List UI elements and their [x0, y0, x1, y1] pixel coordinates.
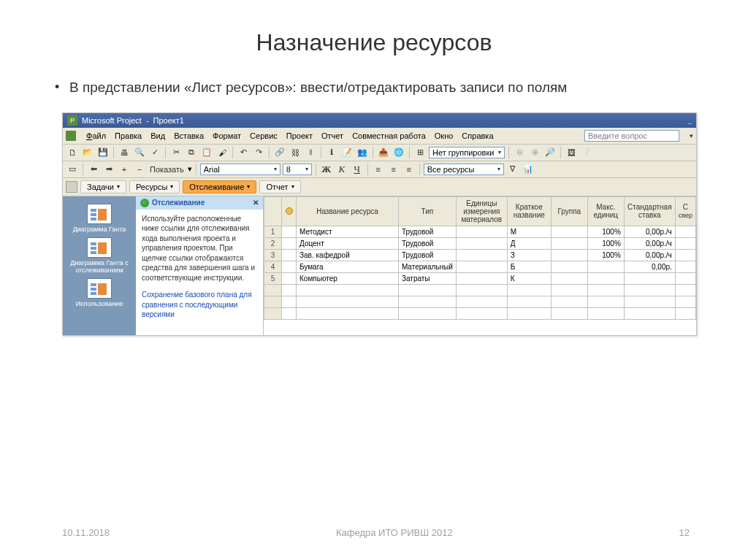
hide-sub-icon[interactable]: − — [133, 163, 146, 176]
link-icon[interactable]: 🔗 — [273, 146, 286, 159]
paste-icon[interactable]: 📋 — [200, 146, 213, 159]
col-name[interactable]: Название ресурса — [297, 196, 399, 226]
cell-group[interactable] — [551, 261, 587, 272]
cell-indicator[interactable] — [282, 284, 297, 296]
cell-overtime[interactable] — [675, 226, 695, 237]
cell-name[interactable]: Бумага — [297, 261, 399, 272]
sidebar-item-gantt[interactable]: Диаграмма Ганта — [66, 204, 132, 233]
cell-unit[interactable] — [456, 226, 507, 237]
cell-group[interactable] — [551, 272, 587, 284]
table-row[interactable]: 5КомпьютерЗатратыК — [264, 272, 696, 284]
menu-format[interactable]: Формат — [213, 131, 241, 140]
help-search-input[interactable]: Введите вопрос — [584, 130, 679, 142]
spell-icon[interactable]: ✓ — [148, 146, 161, 159]
cell-max[interactable] — [587, 284, 624, 296]
open-icon[interactable]: 📂 — [81, 146, 94, 159]
cell-max[interactable] — [587, 261, 624, 272]
zoom-out-icon[interactable]: ⊖ — [513, 146, 526, 159]
cell-type[interactable] — [398, 284, 456, 296]
cell-max[interactable]: 100% — [587, 249, 624, 261]
menu-edit[interactable]: Правка — [115, 131, 142, 140]
new-icon[interactable]: 🗋 — [66, 146, 79, 159]
row-header[interactable]: 3 — [264, 249, 282, 261]
copy-icon[interactable]: ⧉ — [185, 146, 198, 159]
cell-group[interactable] — [551, 307, 587, 319]
cell-unit[interactable] — [456, 284, 507, 296]
outdent-icon[interactable]: ⬅ — [87, 163, 100, 176]
menu-help[interactable]: Справка — [462, 131, 493, 140]
cell-name[interactable]: Доцент — [297, 237, 399, 249]
row-header[interactable]: 1 — [264, 226, 282, 237]
close-icon[interactable]: ✕ — [253, 199, 259, 207]
cell-short[interactable] — [507, 296, 551, 307]
cell-overtime[interactable] — [675, 237, 695, 249]
save-icon[interactable]: 💾 — [96, 146, 110, 159]
group-icon[interactable]: ⊞ — [413, 146, 427, 159]
sidebar-item-tracking-gantt[interactable]: Диаграмма Ганта с отслеживанием — [66, 237, 132, 274]
col-type[interactable]: Тип — [398, 196, 456, 226]
cell-short[interactable]: К — [507, 272, 551, 284]
cell-max[interactable]: 100% — [587, 226, 624, 237]
collab-btn-icon[interactable]: 🌐 — [392, 146, 405, 159]
cell-overtime[interactable] — [675, 261, 695, 272]
table-row[interactable] — [264, 284, 696, 296]
cell-overtime[interactable] — [675, 296, 695, 307]
cell-max[interactable] — [587, 307, 624, 319]
publish-icon[interactable]: 📤 — [377, 146, 390, 159]
cell-short[interactable]: Б — [507, 261, 551, 272]
help-icon[interactable]: ❔ — [580, 146, 593, 159]
note-icon[interactable]: 📝 — [340, 146, 354, 159]
cell-type[interactable]: Трудовой — [398, 237, 456, 249]
row-header[interactable] — [264, 296, 282, 307]
cell-max[interactable] — [587, 296, 624, 307]
redo-icon[interactable]: ↷ — [252, 146, 265, 159]
underline-button[interactable]: Ч — [351, 163, 364, 176]
cell-rate[interactable] — [624, 272, 675, 284]
cell-indicator[interactable] — [282, 249, 297, 261]
cell-overtime[interactable] — [675, 249, 695, 261]
bold-button[interactable]: Ж — [320, 163, 333, 176]
align-right-icon[interactable]: ≡ — [402, 163, 416, 176]
align-left-icon[interactable]: ≡ — [372, 163, 385, 176]
menu-report[interactable]: Отчет — [321, 131, 343, 140]
cell-name[interactable]: Зав. кафедрой — [297, 249, 399, 261]
cell-indicator[interactable] — [282, 261, 297, 272]
cell-group[interactable] — [551, 237, 587, 249]
nav-tracking[interactable]: Отслеживание▾ — [183, 180, 256, 193]
menu-file[interactable]: Файл — [86, 131, 106, 140]
wizard-icon[interactable]: ▭ — [66, 163, 79, 176]
nav-tasks[interactable]: Задачи▾ — [80, 180, 126, 193]
cell-rate[interactable] — [624, 296, 675, 307]
nav-resources[interactable]: Ресурсы▾ — [129, 180, 180, 193]
cell-max[interactable]: 100% — [587, 237, 624, 249]
menu-view[interactable]: Вид — [150, 131, 165, 140]
cell-type[interactable] — [398, 307, 456, 319]
undo-icon[interactable]: ↶ — [237, 146, 250, 159]
cell-short[interactable]: З — [507, 249, 551, 261]
cell-type[interactable]: Материальный — [398, 261, 456, 272]
preview-icon[interactable]: 🔍 — [133, 146, 146, 159]
cell-name[interactable]: Компьютер — [297, 272, 399, 284]
row-header[interactable]: 4 — [264, 261, 282, 272]
sidebar-item-usage[interactable]: Использование — [66, 278, 132, 307]
size-combo[interactable]: 8▾ — [283, 164, 312, 175]
cell-name[interactable] — [297, 296, 399, 307]
copy-pic-icon[interactable]: 🖼 — [565, 146, 578, 159]
info-icon[interactable]: ℹ — [325, 146, 338, 159]
cell-unit[interactable] — [456, 296, 507, 307]
col-overtime[interactable]: Ссвер — [675, 196, 695, 226]
cell-rate[interactable] — [624, 284, 675, 296]
show-label[interactable]: Показать — [148, 165, 186, 174]
cell-short[interactable] — [507, 307, 551, 319]
table-row[interactable] — [264, 296, 696, 307]
col-indicator[interactable] — [282, 196, 297, 226]
cell-unit[interactable] — [456, 307, 507, 319]
show-dropdown-icon[interactable]: ▾ — [188, 164, 192, 174]
cell-unit[interactable] — [456, 237, 507, 249]
row-header[interactable]: 5 — [264, 272, 282, 284]
italic-button[interactable]: К — [335, 163, 348, 176]
menu-tools[interactable]: Сервис — [250, 131, 278, 140]
table-row[interactable]: 2ДоцентТрудовойД100%0,00р./ч — [264, 237, 696, 249]
cell-group[interactable] — [551, 296, 587, 307]
col-group[interactable]: Группа — [551, 196, 587, 226]
